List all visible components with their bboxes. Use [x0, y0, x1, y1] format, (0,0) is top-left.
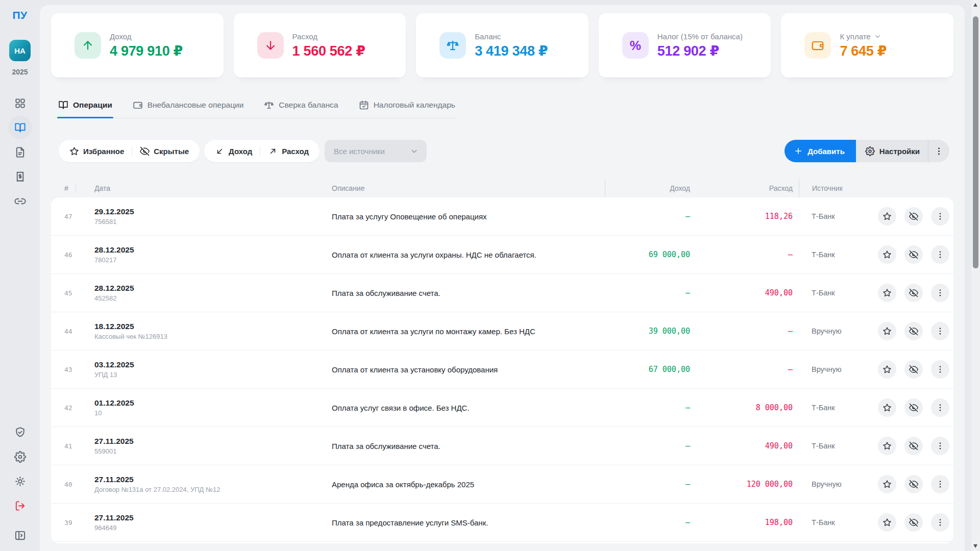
row-favorite-button[interactable]	[878, 245, 896, 264]
row-number: 42	[51, 404, 94, 412]
row-number: 40	[51, 481, 94, 488]
row-hide-button[interactable]	[904, 207, 923, 226]
row-date: 28.12.2025	[94, 245, 134, 255]
arrow-up-icon	[81, 39, 94, 52]
row-more-button[interactable]	[931, 398, 949, 417]
scrollbar-thumb[interactable]	[973, 16, 978, 268]
row-date: 01.12.2025	[94, 398, 134, 408]
table-row[interactable]: 40 27.11.2025 Договор №131а от 27.02.202…	[51, 465, 953, 504]
settings-button[interactable]: Настройки	[856, 140, 928, 162]
sidebar-item-logout[interactable]	[8, 494, 32, 517]
receipt-icon	[14, 171, 26, 183]
row-description: Аренда офиса за октябрь-декабрь 2025	[332, 480, 605, 489]
kebab-icon	[936, 250, 945, 259]
sidebar-item-collapse-sidebar[interactable]	[8, 523, 32, 547]
scales-icon	[446, 39, 459, 52]
sidebar-item-documents[interactable]	[8, 140, 32, 164]
summary-card-label: Баланс	[475, 32, 501, 41]
row-hide-button[interactable]	[904, 398, 923, 417]
row-favorite-button[interactable]	[878, 207, 896, 226]
kebab-icon	[936, 518, 945, 527]
tab-operations[interactable]: Операции	[57, 100, 113, 118]
main-panel: Доход 4 979 910 ₽ Расход 1 560 562 ₽ Бал…	[40, 5, 965, 551]
row-favorite-button[interactable]	[878, 284, 896, 302]
row-expense: 490,00	[695, 441, 799, 450]
sources-select[interactable]: Все источники	[325, 140, 427, 162]
avatar[interactable]: НА	[9, 40, 31, 61]
row-hide-button[interactable]	[904, 475, 923, 493]
tab-off-balance[interactable]: Внебалансовые операции	[132, 100, 245, 118]
row-more-button[interactable]	[931, 360, 949, 379]
sidebar-item-security[interactable]	[8, 420, 32, 444]
tab-tax-calendar[interactable]: Налоговый календарь	[358, 100, 456, 118]
sidebar-item-integrations[interactable]	[8, 189, 32, 213]
row-description: Оплата услуг связи в офисе. Без НДС.	[332, 404, 605, 412]
filter-bar: Избранное Скрытые Доход Расход	[40, 140, 965, 162]
filter-favorites-button[interactable]: Избранное	[62, 140, 132, 162]
row-description: Плата за предоставление услуги SMS-банк.	[332, 518, 605, 527]
tab-reconciliation[interactable]: Сверка баланса	[263, 100, 339, 118]
row-favorite-button[interactable]	[878, 398, 896, 417]
row-income: 69 000,00	[605, 250, 695, 259]
row-favorite-button[interactable]	[878, 513, 896, 532]
star-icon	[883, 250, 892, 259]
sidebar-item-receipts[interactable]	[8, 165, 32, 188]
row-more-button[interactable]	[931, 322, 949, 340]
vertical-scrollbar[interactable]	[971, 0, 980, 551]
row-favorite-button[interactable]	[878, 475, 896, 493]
row-number: 46	[51, 251, 94, 259]
table-row[interactable]: 43 03.12.2025 УПД 13 Оплата от клиента з…	[51, 350, 953, 389]
row-hide-button[interactable]	[904, 284, 923, 302]
column-header-actions	[878, 179, 953, 197]
sidebar-item-theme[interactable]	[8, 469, 32, 493]
row-more-button[interactable]	[931, 513, 949, 532]
wallet-icon	[133, 100, 143, 110]
row-more-button[interactable]	[931, 207, 949, 226]
row-hide-button[interactable]	[904, 513, 923, 532]
row-source: Т-Банк	[799, 212, 878, 220]
row-document: 10	[94, 409, 102, 417]
row-hide-button[interactable]	[904, 437, 923, 455]
row-hide-button[interactable]	[904, 360, 923, 379]
star-icon	[883, 212, 892, 221]
sidebar-item-dashboard[interactable]	[8, 91, 32, 115]
table-row[interactable]: 46 28.12.2025 780217 Оплата от клиента з…	[51, 236, 953, 274]
chevron-down-icon[interactable]	[874, 33, 881, 40]
row-more-button[interactable]	[931, 475, 949, 493]
add-button-label: Добавить	[807, 147, 845, 156]
year-selector[interactable]: 2025	[12, 68, 28, 76]
sun-icon	[14, 475, 26, 487]
summary-card-value: 512 902 ₽	[657, 43, 746, 59]
sidebar-item-settings[interactable]	[8, 445, 32, 468]
summary-card-icon-chip: %	[622, 32, 649, 59]
filter-expense-button[interactable]: Расход	[260, 140, 316, 162]
row-more-button[interactable]	[931, 245, 949, 264]
row-document: 756581	[94, 218, 116, 226]
more-actions-button[interactable]	[928, 140, 949, 162]
scrollbar-down-arrow[interactable]	[973, 544, 977, 548]
scrollbar-up-arrow[interactable]	[973, 3, 977, 7]
row-favorite-button[interactable]	[878, 437, 896, 455]
row-expense: 120 000,00	[695, 480, 799, 489]
row-income: –	[605, 441, 695, 450]
row-more-button[interactable]	[931, 437, 949, 455]
filter-hidden-button[interactable]: Скрытые	[132, 140, 197, 162]
table-row[interactable]: 45 28.12.2025 452582 Плата за обслуживан…	[51, 274, 953, 312]
table-row[interactable]: 41 27.11.2025 559001 Плата за обслуживан…	[51, 427, 953, 465]
table-row[interactable]: 39 27.11.2025 964649 Плата за предоставл…	[51, 504, 953, 542]
row-favorite-button[interactable]	[878, 360, 896, 379]
add-button[interactable]: Добавить	[785, 140, 856, 162]
row-hide-button[interactable]	[904, 245, 923, 264]
table-row[interactable]: 42 01.12.2025 10 Оплата услуг связи в оф…	[51, 389, 953, 427]
summary-card-value: 3 419 348 ₽	[475, 43, 548, 59]
row-more-button[interactable]	[931, 284, 949, 302]
filter-income-button[interactable]: Доход	[207, 140, 260, 162]
book-open-icon	[58, 100, 68, 110]
star-icon	[69, 146, 79, 156]
row-hide-button[interactable]	[904, 322, 923, 340]
table-row[interactable]: 44 18.12.2025 Кассовый чек №126913 Оплат…	[51, 312, 953, 350]
row-document: 559001	[94, 447, 116, 455]
row-favorite-button[interactable]	[878, 322, 896, 340]
table-row[interactable]: 47 29.12.2025 756581 Плата за услугу Опо…	[51, 197, 953, 236]
sidebar-item-operations[interactable]	[8, 116, 32, 139]
